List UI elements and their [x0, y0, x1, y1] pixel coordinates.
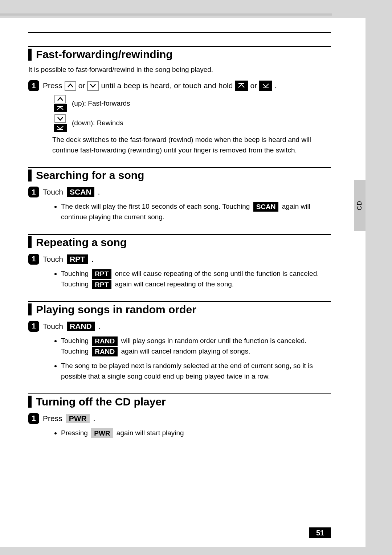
chevron-up-button-icon: [65, 81, 76, 91]
off-press-label: Press: [43, 414, 62, 423]
search-touch-label: Touch: [43, 188, 63, 196]
repeat-bullet: Touching RPT once will cause repeating o…: [61, 268, 331, 290]
off-bullet-a: Pressing: [61, 429, 88, 437]
rpt-button-icon: RPT: [92, 280, 111, 289]
repeat-period: .: [91, 255, 94, 264]
chevron-down-icon: [54, 114, 66, 123]
section-repeat-title: Repeating a song: [36, 236, 127, 249]
svg-rect-2: [57, 106, 63, 107]
search-bullet: The deck will play the first 10 seconds …: [61, 201, 331, 223]
fast-forward-touch-icon: [235, 81, 248, 91]
section-off-title: Turning off the CD player: [36, 396, 166, 408]
rand-button-icon: RAND: [67, 322, 95, 331]
ffrw-note: The deck switches to the fast-forward (r…: [52, 135, 331, 155]
off-bullet: Pressing PWR again will start playing: [61, 428, 331, 438]
random-bullet-1: Touching RAND will play songs in random …: [61, 335, 331, 357]
repeat-bullet-c: again will cancel repeating of the song.: [115, 280, 234, 288]
chevron-up-icon: [54, 95, 66, 103]
step-number-badge: 1: [28, 413, 39, 424]
section-ffrw-title: Fast-forwarding/rewinding: [36, 48, 173, 61]
rand-button-icon: RAND: [92, 336, 118, 346]
off-period: .: [93, 414, 95, 423]
ffrw-step-text-b: or: [78, 81, 85, 90]
ffrw-step-text-d: or: [250, 81, 257, 90]
ffrw-up-row: (up): Fast-forwards: [52, 95, 331, 112]
title-bar-icon: [28, 236, 32, 248]
ffrw-down-row: (down): Rewinds: [52, 114, 331, 132]
section-random-title-row: Playing songs in random order: [28, 301, 331, 316]
section-search-title-row: Searching for a song: [28, 167, 331, 181]
ffrw-step-text-a: Press: [43, 81, 62, 90]
section-search-title: Searching for a song: [36, 169, 144, 181]
section-ffrw-title-row: Fast-forwarding/rewinding: [28, 46, 331, 61]
section-repeat-title-row: Repeating a song: [28, 234, 331, 249]
repeat-step-1: 1 Touch RPT .: [28, 254, 331, 265]
random-touch-label: Touch: [43, 322, 63, 331]
search-period: .: [98, 188, 100, 196]
step-number-badge: 1: [28, 321, 39, 332]
ffrw-down-label: (down): Rewinds: [72, 118, 123, 128]
fast-forward-icon: [54, 104, 67, 112]
random-bullet1-a: Touching: [61, 337, 89, 344]
search-step-1: 1 Touch SCAN .: [28, 187, 331, 197]
title-bar-icon: [28, 170, 32, 181]
rewind-icon: [54, 124, 67, 132]
rpt-button-icon: RPT: [67, 254, 88, 264]
random-bullet1-c: again will cancel random playing of song…: [121, 347, 250, 355]
ffrw-step-text-e: .: [274, 81, 277, 90]
title-bar-icon: [28, 49, 32, 61]
step-number-badge: 1: [28, 254, 39, 265]
chevron-down-button-icon: [87, 81, 99, 91]
svg-rect-0: [238, 83, 244, 84]
section-off-title-row: Turning off the CD player: [28, 393, 331, 408]
off-step-1: 1 Press PWR .: [28, 413, 331, 424]
repeat-touch-label: Touch: [43, 255, 63, 264]
title-bar-icon: [28, 303, 32, 315]
off-bullet-b: again will start playing: [117, 429, 184, 437]
random-period: .: [98, 322, 101, 331]
page-sheet: CD Fast-forwarding/rewinding It is possi…: [0, 18, 366, 547]
scan-button-icon: SCAN: [253, 202, 279, 212]
random-step-1: 1 Touch RAND .: [28, 321, 331, 332]
ffrw-up-label: (up): Fast-forwards: [72, 98, 130, 109]
random-bullet-2: The song to be played next is randomly s…: [61, 360, 331, 382]
side-tab-label: CD: [356, 201, 363, 211]
step-number-badge: 1: [28, 80, 39, 91]
rpt-button-icon: RPT: [92, 269, 111, 279]
step-number-badge: 1: [28, 187, 39, 197]
title-bar-icon: [28, 396, 32, 408]
section-random-title: Playing songs in random order: [36, 303, 196, 316]
search-bullet-a: The deck will play the first 10 seconds …: [61, 203, 250, 210]
rand-button-icon: RAND: [92, 347, 118, 356]
page-number: 51: [309, 527, 331, 538]
pwr-button-icon: PWR: [66, 414, 90, 423]
scan-button-icon: SCAN: [67, 187, 94, 197]
svg-rect-3: [57, 129, 63, 130]
side-tab: CD: [354, 180, 366, 231]
ffrw-step-text-c: until a beep is heard, or touch and hold: [101, 81, 233, 90]
ffrw-step-1: 1 Press or until a beep is heard, or tou…: [28, 80, 331, 91]
header-grey-strip: [0, 13, 332, 16]
pwr-button-icon: PWR: [91, 428, 113, 438]
ffrw-intro: It is possible to fast-forward/rewind in…: [28, 66, 331, 74]
svg-rect-1: [263, 87, 269, 88]
rewind-touch-icon: [259, 81, 272, 91]
repeat-bullet-a: Touching: [61, 270, 89, 277]
